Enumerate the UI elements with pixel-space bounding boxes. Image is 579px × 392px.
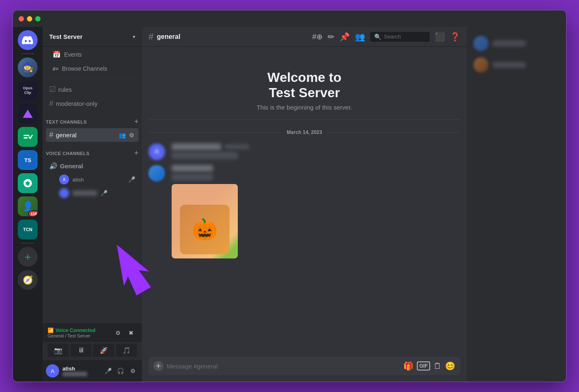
message-avatar-1: A [148,143,165,160]
message-input[interactable] [167,363,400,370]
mute-button[interactable]: 🎤 [102,365,114,377]
member-item-2[interactable] [470,55,563,75]
sidebar-bottom: 📶 Voice Connected General / Test Server … [43,323,142,382]
gift-icon[interactable]: 🎁 [403,361,414,371]
channel-sidebar: Test Server ▾ 📅 Events #≡ Browse Channel… [43,27,142,382]
sidebar-item-browse-channels[interactable]: #≡ Browse Channels [46,62,139,75]
mute-icon-2: 🎤 [100,190,108,196]
text-channels-header[interactable]: TEXT CHANNELS + [43,111,142,128]
message-timestamp-1 [225,144,249,149]
voice-member-atish[interactable]: A atish 🎤 [46,173,139,186]
add-member-icon[interactable]: 👥 [118,131,127,139]
welcome-title: Welcome toTest Server [157,70,452,100]
member2-name [72,191,97,196]
channel-hash-header-icon: # [148,31,153,42]
server-icon-tcn[interactable]: TCN [18,220,38,239]
message-group-2: 🎃 [142,163,467,260]
voice-member-2[interactable]: 🎤 [46,186,139,200]
voice-channels-header[interactable]: VOICE CHANNELS + [43,142,142,159]
voice-activity-button[interactable]: 🚀 [93,344,114,357]
server-icon-discord[interactable] [18,30,38,50]
add-voice-channel-icon[interactable]: + [134,149,139,158]
voice-channel-general-label: General [60,163,83,170]
server-icon-user1[interactable]: 🧙 [18,57,38,77]
search-bar[interactable]: 🔍 Search [370,32,430,42]
channel-item-moderator[interactable]: # moderator-only [46,97,139,110]
user-info: atish [62,366,99,376]
chat-input-area: + 🎁 GIF 🗒 😊 [142,357,467,382]
server-header[interactable]: Test Server ▾ [43,27,142,47]
channel-item-general[interactable]: # general 👥 ⚙ [46,128,139,142]
server-icon-explore[interactable]: 🧭 [18,270,38,290]
server-icon-server2[interactable]: 👤 118 [18,196,38,216]
maximize-button[interactable] [35,16,41,22]
sticker-icon[interactable]: 🗒 [433,361,442,371]
message-group-1: A [142,142,467,162]
channel-welcome: Welcome toTest Server This is the beginn… [148,53,460,120]
server-icon-opusclip[interactable]: OpusClip [18,81,38,100]
voice-settings-button[interactable]: ⚙ [112,327,124,339]
minimize-button[interactable] [27,16,32,22]
input-actions: 🎁 GIF 🗒 😊 [403,361,455,371]
date-text: March 14, 2023 [287,129,322,135]
chat-messages: Welcome toTest Server This is the beginn… [142,47,467,357]
channel-name-header: general [157,33,180,41]
message-image: 🎃 [172,184,238,258]
edit-icon[interactable]: ✏ [328,32,335,42]
user-panel: A atish 🎤 🎧 ⚙ [43,360,142,382]
mute-icon: 🎤 [128,176,135,183]
chevron-down-icon: ▾ [133,34,135,40]
date-divider: March 14, 2023 [142,126,467,139]
svg-rect-1 [24,135,29,136]
voice-connected-info: 📶 Voice Connected General / Test Server [48,327,109,338]
channel-item-rules[interactable]: ☑ rules [46,82,139,96]
server-icon-triangle[interactable] [18,104,38,124]
emoji-icon[interactable]: 😊 [445,361,455,371]
user-settings-button[interactable]: ⚙ [127,365,139,377]
settings-icon[interactable]: ⚙ [128,131,135,139]
voice-channels-label: VOICE CHANNELS [46,151,89,156]
server-divider-2 [21,243,34,244]
message-content-1 [172,143,460,160]
server-icon-openai[interactable] [18,173,38,193]
add-text-channel-icon[interactable]: + [134,117,139,126]
member-name-1 [493,41,526,46]
add-attachment-button[interactable]: + [153,361,163,371]
user-controls: 🎤 🎧 ⚙ [102,365,139,377]
user-status-text [62,372,87,376]
voice-disconnect-button[interactable]: ✖ [125,327,137,339]
events-label: Events [64,51,82,58]
message-username-1 [172,143,221,150]
browse-channels-label: Browse Channels [62,65,108,72]
svg-marker-0 [23,110,33,118]
gif-button[interactable]: GIF [417,361,430,370]
title-bar [13,10,566,27]
channel-hash-icon: # [49,131,53,139]
channel-actions: 👥 ⚙ [118,131,135,139]
server-icon-taskade[interactable] [18,127,38,147]
chat-header-channel: # general [148,31,307,42]
voice-soundboard-button[interactable]: 🎵 [116,344,137,357]
member-item-1[interactable] [470,33,563,53]
hashtag-icon[interactable]: #⊕ [312,32,323,41]
help-icon[interactable]: ❓ [450,32,460,42]
voice-camera-button[interactable]: 📷 [48,344,69,357]
inbox-icon[interactable]: ⬛ [435,32,445,42]
members-icon[interactable]: 👥 [355,32,365,42]
hash-icon: # [49,99,53,108]
speaker-icon: 🔊 [49,162,57,170]
server-list: 🧙 OpusClip TS [13,27,43,382]
server-icon-ts[interactable]: TS [18,150,38,170]
channel-list: 📅 Events #≡ Browse Channels ☑ rules # [43,47,142,323]
headset-button[interactable]: 🎧 [115,365,126,377]
message-text-1 [172,152,238,159]
server-icon-add[interactable]: + [18,247,38,267]
pin-icon[interactable]: 📌 [340,32,350,42]
chat-input-box: + 🎁 GIF 🗒 😊 [148,357,460,375]
voice-channel-general[interactable]: 🔊 General [46,160,139,172]
close-button[interactable] [19,16,24,22]
server-divider [21,53,34,54]
voice-screen-button[interactable]: 🖥 [70,344,91,357]
sidebar-item-events[interactable]: 📅 Events [46,47,139,62]
members-sidebar [467,27,566,382]
